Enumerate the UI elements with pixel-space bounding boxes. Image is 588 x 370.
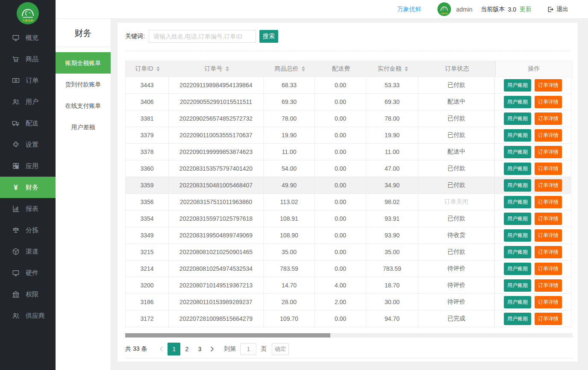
update-link[interactable]: 更新 <box>520 6 532 13</box>
logout-button[interactable]: 退出 <box>547 6 568 13</box>
cell-fee: 0.00 <box>315 227 366 244</box>
prev-page-button[interactable] <box>156 343 168 355</box>
sidebar-item-12[interactable]: 权限 <box>0 284 56 305</box>
sidebar-item-5[interactable]: 设置 <box>0 134 56 155</box>
cell-order-no: 2022090199999853874623 <box>169 144 264 160</box>
order-detail-button[interactable]: 订单详情 <box>535 313 562 325</box>
cell-total: 783.59 <box>264 260 315 277</box>
cell-order-no: 2022083155971025797618 <box>169 210 264 227</box>
table-row: 3172 2022072810098515664279 109.70 0.00 … <box>125 311 573 327</box>
sidebar-item-label: 商品 <box>26 55 38 63</box>
order-detail-button[interactable]: 订单详情 <box>535 196 562 208</box>
page-button-0[interactable]: 1 <box>168 343 180 355</box>
column-header-label: 实付金额 <box>378 65 402 73</box>
sidebar-item-11[interactable]: 硬件 <box>0 262 56 284</box>
column-header-4: 实付金额 <box>367 61 419 77</box>
user-billing-button[interactable]: 用户账期 <box>504 246 531 258</box>
user-billing-button[interactable]: 用户账期 <box>504 163 531 175</box>
avatar[interactable]: 万象优鲜 <box>437 2 451 16</box>
cell-paid: 783.59 <box>366 260 418 277</box>
cell-paid: 93.91 <box>366 210 418 227</box>
sort-icon[interactable] <box>156 66 160 71</box>
order-detail-button[interactable]: 订单详情 <box>535 129 562 142</box>
cell-fee: 0.00 <box>315 244 366 260</box>
page-button-1[interactable]: 2 <box>180 343 193 355</box>
user-billing-button[interactable]: 用户账期 <box>504 229 531 242</box>
submenu-item-label: 账期全额账单 <box>65 59 101 66</box>
user-billing-button[interactable]: 用户账期 <box>504 129 531 142</box>
sidebar-item-9[interactable]: 分拣 <box>0 219 56 241</box>
order-detail-button[interactable]: 订单详情 <box>535 96 562 108</box>
table-row: 3214 2022080810254974532534 783.59 0.00 … <box>125 260 573 277</box>
submenu-item-1[interactable]: 货到付款账单 <box>56 74 111 95</box>
order-detail-button[interactable]: 订单详情 <box>535 296 562 308</box>
order-detail-button[interactable]: 订单详情 <box>535 79 562 92</box>
keyword-input[interactable] <box>149 30 256 43</box>
cell-status: 订单关闭 <box>418 194 495 210</box>
order-detail-button[interactable]: 订单详情 <box>535 263 562 275</box>
sort-icon[interactable] <box>302 66 305 71</box>
user-billing-button[interactable]: 用户账期 <box>504 263 531 275</box>
cell-fee: 0.00 <box>315 311 366 327</box>
order-detail-button[interactable]: 订单详情 <box>535 279 562 292</box>
submenu-item-0[interactable]: 账期全额账单 <box>56 52 111 74</box>
sidebar-item-7[interactable]: ¥ 财务 <box>0 177 56 198</box>
sort-icon[interactable] <box>405 66 408 71</box>
order-detail-button[interactable]: 订单详情 <box>535 229 562 242</box>
user-billing-button[interactable]: 用户账期 <box>504 96 531 108</box>
cell-order-id: 3354 <box>125 210 169 227</box>
sidebar-item-8-icon <box>12 204 20 213</box>
store-front-link[interactable]: 万象优鲜 <box>397 6 421 13</box>
sidebar-item-8[interactable]: 报表 <box>0 198 56 219</box>
user-billing-button[interactable]: 用户账期 <box>504 296 531 308</box>
order-detail-button[interactable]: 订单详情 <box>535 146 562 158</box>
cell-total: 54.00 <box>264 160 315 177</box>
submenu-item-2[interactable]: 在线支付账单 <box>56 95 111 116</box>
order-detail-button[interactable]: 订单详情 <box>535 179 562 192</box>
user-billing-button[interactable]: 用户账期 <box>504 146 531 158</box>
user-billing-button[interactable]: 用户账期 <box>504 213 531 225</box>
cell-total: 108.90 <box>264 227 315 244</box>
sidebar-item-0-icon <box>12 33 20 42</box>
column-header-1: 订单号 <box>169 61 264 77</box>
cell-order-no: 2022091198984954139864 <box>169 77 264 94</box>
user-billing-button[interactable]: 用户账期 <box>504 279 531 292</box>
order-detail-button[interactable]: 订单详情 <box>535 246 562 258</box>
search-button[interactable]: 搜索 <box>259 30 278 43</box>
order-detail-button[interactable]: 订单详情 <box>535 112 562 125</box>
column-header-label: 订单ID <box>135 65 153 73</box>
user-billing-button[interactable]: 用户账期 <box>504 179 531 192</box>
horizontal-scrollbar-thumb[interactable] <box>125 333 330 337</box>
sidebar-item-3[interactable]: 用户 <box>0 91 56 112</box>
cell-order-no: 2022083157511011963860 <box>169 194 264 210</box>
sidebar-item-1[interactable]: 商品 <box>0 48 56 70</box>
cell-total: 109.70 <box>264 311 315 327</box>
cell-order-id: 3186 <box>125 294 169 311</box>
confirm-page-button[interactable]: 确定 <box>272 343 289 355</box>
sidebar-item-label: 配送 <box>26 119 38 127</box>
user-billing-button[interactable]: 用户账期 <box>504 313 531 325</box>
sidebar-item-6[interactable]: 应用 <box>0 155 56 177</box>
orders-table: 订单ID 订单号 商品总价 配送费 <box>125 61 573 327</box>
sort-icon[interactable] <box>226 66 229 71</box>
sidebar-item-10[interactable]: 渠道 <box>0 241 56 262</box>
column-header-label: 操作 <box>528 65 540 73</box>
user-billing-button[interactable]: 用户账期 <box>504 112 531 125</box>
user-billing-button[interactable]: 用户账期 <box>504 196 531 208</box>
goto-page-input[interactable] <box>240 343 256 355</box>
user-billing-button[interactable]: 用户账期 <box>504 79 531 92</box>
page-button-2[interactable]: 3 <box>193 343 206 355</box>
sidebar-item-0[interactable]: 概览 <box>0 27 56 48</box>
brand-logo[interactable]: 万象优鲜 <box>16 2 39 25</box>
order-detail-button[interactable]: 订单详情 <box>535 213 562 225</box>
username[interactable]: admin <box>456 6 472 13</box>
sidebar-item-2[interactable]: 订单 <box>0 70 56 91</box>
next-page-button[interactable] <box>206 343 218 355</box>
order-detail-button[interactable]: 订单详情 <box>535 163 562 175</box>
submenu-item-3[interactable]: 用户差额 <box>56 116 111 138</box>
cell-order-id: 3379 <box>125 127 169 144</box>
cell-fee: 2.00 <box>315 294 366 311</box>
sidebar-item-13[interactable]: 供应商 <box>0 305 56 326</box>
sidebar-item-4[interactable]: 配送 <box>0 112 56 134</box>
cell-order-id: 3356 <box>125 194 169 210</box>
